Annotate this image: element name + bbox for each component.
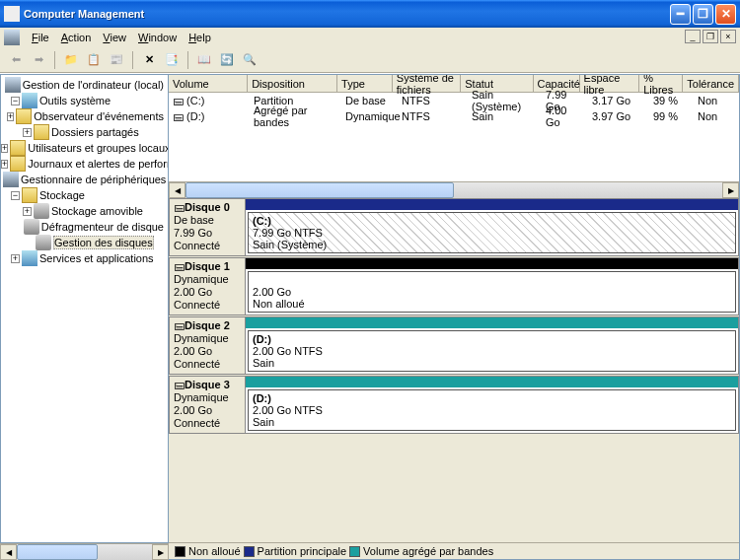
col-pct[interactable]: % Libres	[639, 75, 683, 92]
volume-header[interactable]: Volume Disposition Type Système de fichi…	[169, 75, 739, 93]
partition[interactable]: (C:)7.99 Go NTFSSain (Système)	[248, 212, 736, 253]
partition[interactable]: (D:)2.00 Go NTFSSain	[248, 389, 736, 431]
app-icon	[4, 6, 20, 22]
disk-graphic[interactable]: (D:)2.00 Go NTFSSain	[246, 377, 738, 433]
menu-view[interactable]: View	[97, 31, 132, 44]
scroll-right-icon[interactable]: ▶	[152, 544, 169, 560]
tree-services[interactable]: +Services et applications	[1, 250, 168, 266]
col-capacite[interactable]: Capacité	[534, 75, 580, 92]
document-icon	[4, 30, 20, 45]
window-maximize-button[interactable]: ❐	[693, 4, 713, 25]
legend-primary-swatch	[244, 546, 255, 557]
col-libre[interactable]: Espace libre	[580, 75, 640, 92]
options-button[interactable]: 🔍	[240, 50, 259, 70]
menu-help[interactable]: Help	[183, 31, 217, 44]
disk-label: 🖴Disque 1Dynamique2.00 GoConnecté	[170, 258, 246, 315]
legend-unalloc-swatch	[175, 546, 185, 557]
expand-icon[interactable]: +	[1, 160, 8, 169]
disk-label: 🖴Disque 3Dynamique2.00 GoConnecté	[170, 377, 246, 433]
disk-label: 🖴Disque 0De base7.99 GoConnecté	[170, 199, 246, 255]
disk-graphic[interactable]: (C:)7.99 Go NTFSSain (Système)	[246, 199, 738, 255]
col-statut[interactable]: Statut	[461, 75, 533, 92]
expand-icon[interactable]: +	[1, 144, 8, 153]
disk-row[interactable]: 🖴Disque 2Dynamique2.00 GoConnecté(D:)2.0…	[169, 316, 739, 375]
scroll-left-icon[interactable]: ◀	[0, 544, 17, 560]
expand-icon[interactable]: +	[7, 112, 14, 121]
menu-file[interactable]: File	[26, 31, 55, 44]
main-content: Gestion de l'ordinateur (local) −Outils …	[0, 73, 740, 560]
tree-stockage[interactable]: −Stockage	[1, 187, 168, 203]
disk-row[interactable]: 🖴Disque 1Dynamique2.00 GoConnecté 2.00 G…	[169, 257, 739, 315]
disk-row[interactable]: 🖴Disque 3Dynamique2.00 GoConnecté(D:)2.0…	[169, 376, 739, 434]
tree-amovible[interactable]: +Stockage amovible	[1, 203, 168, 219]
expand-icon[interactable]: +	[23, 207, 32, 216]
disk-graphical-view[interactable]: 🖴Disque 0De base7.99 GoConnecté(C:)7.99 …	[169, 198, 739, 559]
window-titlebar: Computer Management ━ ❐ ✕	[0, 0, 740, 28]
legend-striped-swatch	[349, 546, 360, 557]
menubar: File Action View Window Help _ ❐ ×	[0, 28, 740, 47]
volume-list[interactable]: Volume Disposition Type Système de fichi…	[169, 75, 739, 198]
partition[interactable]: (D:)2.00 Go NTFSSain	[248, 330, 736, 372]
legend: Non alloué Partition principale Volume a…	[169, 542, 739, 559]
settings-button[interactable]: 📑	[162, 50, 182, 70]
tree-observateur[interactable]: +Observateur d'événements	[1, 108, 168, 124]
scroll-right-icon[interactable]: ▶	[722, 182, 739, 198]
mdi-close-button[interactable]: ×	[720, 30, 736, 43]
tree-gestion-disques[interactable]: Gestion des disques	[1, 235, 168, 250]
disk-row[interactable]: 🖴Disque 0De base7.99 GoConnecté(C:)7.99 …	[169, 198, 739, 256]
tree-defrag[interactable]: Défragmenteur de disque	[1, 219, 168, 235]
disk-label: 🖴Disque 2Dynamique2.00 GoConnecté	[170, 317, 246, 374]
mdi-restore-button[interactable]: ❐	[703, 30, 718, 43]
legend-primary-label: Partition principale	[258, 545, 347, 557]
details-pane: Volume Disposition Type Système de fichi…	[169, 74, 740, 560]
legend-unalloc-label: Non alloué	[188, 545, 241, 557]
col-type[interactable]: Type	[337, 75, 393, 92]
toolbar: ⬅ ➡ 📁 📋 📰 ✕ 📑 📖 🔄 🔍	[0, 47, 740, 73]
legend-striped-label: Volume agrégé par bandes	[363, 545, 493, 557]
refresh-button[interactable]: 🔄	[217, 50, 237, 70]
properties-button[interactable]: 📰	[107, 50, 126, 70]
delete-button[interactable]: ✕	[139, 50, 159, 70]
menu-action[interactable]: Action	[55, 31, 98, 44]
tree-journaux[interactable]: +Journaux et alertes de performance	[1, 156, 168, 172]
disk-graphic[interactable]: (D:)2.00 Go NTFSSain	[246, 317, 738, 374]
expand-icon[interactable]: +	[11, 254, 20, 263]
tree-dossiers[interactable]: +Dossiers partagés	[1, 124, 168, 140]
menu-window[interactable]: Window	[132, 31, 183, 44]
window-minimize-button[interactable]: ━	[670, 4, 691, 25]
tree-root[interactable]: Gestion de l'ordinateur (local)	[1, 77, 168, 93]
col-volume[interactable]: Volume	[169, 75, 248, 92]
show-hide-button[interactable]: 📋	[84, 50, 104, 70]
window-close-button[interactable]: ✕	[715, 4, 736, 25]
scroll-left-icon[interactable]: ◀	[169, 182, 185, 198]
volume-row[interactable]: 🖴 (D:)Agrégé par bandesDynamiqueNTFSSain…	[169, 108, 739, 124]
help-button[interactable]: 📖	[194, 50, 214, 70]
forward-button[interactable]: ➡	[29, 50, 48, 70]
expand-icon[interactable]: +	[23, 128, 32, 137]
window-title: Computer Management	[24, 8, 144, 20]
tree-gestionnaire-periph[interactable]: Gestionnaire de périphériques	[1, 172, 168, 187]
tree-hscroll[interactable]: ◀ ▶	[0, 543, 169, 560]
expand-icon[interactable]: −	[11, 97, 20, 105]
expand-icon[interactable]: −	[11, 191, 20, 200]
tree-utilisateurs[interactable]: +Utilisateurs et groupes locaux	[1, 140, 168, 156]
col-disposition[interactable]: Disposition	[248, 75, 337, 92]
partition[interactable]: 2.00 GoNon alloué	[248, 271, 736, 313]
col-fs[interactable]: Système de fichiers	[393, 75, 461, 92]
disk-graphic[interactable]: 2.00 GoNon alloué	[246, 258, 738, 315]
navigation-tree[interactable]: Gestion de l'ordinateur (local) −Outils …	[0, 74, 169, 543]
tree-outils[interactable]: −Outils système	[1, 93, 168, 108]
mdi-minimize-button[interactable]: _	[685, 30, 701, 43]
up-button[interactable]: 📁	[61, 50, 81, 70]
volumes-hscroll[interactable]: ◀ ▶	[169, 181, 739, 198]
back-button[interactable]: ⬅	[6, 50, 26, 70]
col-tolerance[interactable]: Tolérance	[683, 75, 739, 92]
